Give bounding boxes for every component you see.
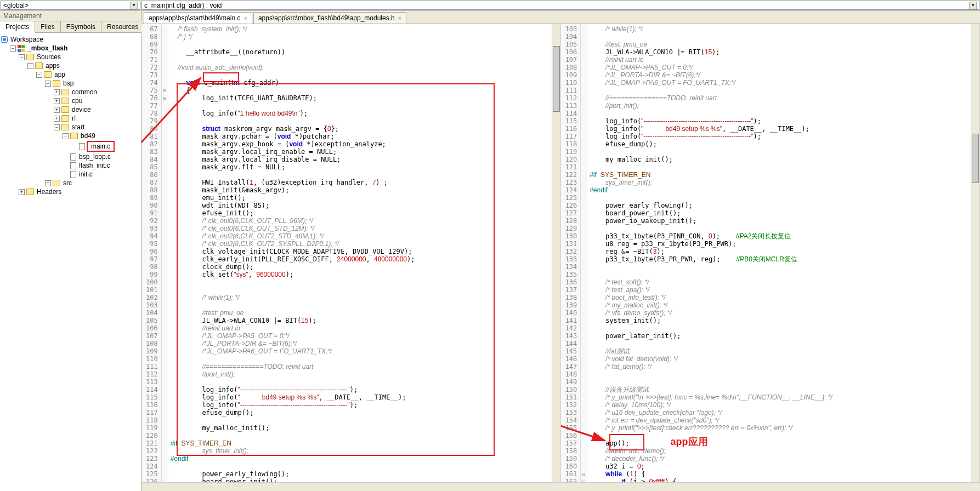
folder-icon	[70, 133, 78, 139]
tree-project[interactable]: −_mbox_flash	[1, 44, 140, 53]
code-area[interactable]: /* flash_system_init(); */ /* } */ __att…	[168, 24, 552, 482]
combo-text: c_main(int cfg_addr) : void	[144, 2, 222, 9]
tree-headers[interactable]: +Headers	[1, 187, 140, 196]
folder-icon	[35, 62, 43, 69]
expand-icon[interactable]: +	[45, 180, 51, 186]
tree-sources[interactable]: −Sources	[1, 53, 140, 61]
scrollbar-thumb[interactable]	[553, 46, 560, 112]
expand-icon[interactable]: +	[54, 107, 60, 113]
folder-icon	[61, 89, 69, 95]
tab-projects[interactable]: Projects	[0, 21, 35, 33]
horizontal-scrollbar[interactable]	[141, 482, 980, 491]
folder-icon	[53, 180, 60, 186]
tree-device[interactable]: +device	[1, 105, 140, 114]
svg-rect-1	[21, 45, 25, 48]
global-scope-combo[interactable]: <global> ▾	[1, 1, 140, 10]
project-icon	[18, 45, 25, 52]
expand-icon[interactable]: +	[54, 116, 60, 122]
line-gutter: 67 68 69 70 71 72 73 74 75 76 77 78 79 8…	[141, 24, 162, 482]
management-panel: Management Projects Files FSymbols Resou…	[0, 11, 141, 491]
chevron-down-icon: ▾	[969, 2, 977, 9]
folder-icon	[44, 71, 52, 78]
tab-resources[interactable]: Resources	[101, 21, 144, 32]
folder-icon	[26, 54, 34, 60]
tree-rf[interactable]: +rf	[1, 114, 140, 123]
tree-bsp-loop-c[interactable]: bsp_loop.c	[1, 152, 140, 161]
collapse-icon[interactable]: −	[19, 54, 25, 60]
collapse-icon[interactable]: −	[54, 124, 60, 130]
collapse-icon[interactable]: −	[36, 72, 42, 78]
svg-rect-2	[18, 49, 21, 52]
file-icon	[70, 162, 76, 169]
tree-bsp[interactable]: −bsp	[1, 79, 140, 88]
collapse-icon[interactable]: −	[10, 45, 16, 52]
file-tab-main-c[interactable]: apps\app\bsp\start\bd49\main.c×	[144, 12, 252, 24]
tree-flash-init-c[interactable]: flash_init.c	[1, 161, 140, 170]
collapse-icon[interactable]: −	[63, 133, 69, 139]
svg-rect-3	[21, 49, 25, 52]
tree-bd49[interactable]: −bd49	[1, 132, 140, 140]
sidebar-tabs: Projects Files FSymbols Resources	[0, 21, 141, 33]
editor-right[interactable]: 103 104 105 106 107 108 109 110 111 112 …	[561, 24, 981, 482]
fold-column[interactable]: ⊟ ⊟	[162, 24, 168, 482]
vertical-scrollbar[interactable]	[971, 24, 979, 482]
folder-icon	[61, 124, 69, 130]
tab-fsymbols[interactable]: FSymbols	[61, 21, 101, 32]
collapse-icon[interactable]: −	[27, 63, 33, 69]
line-gutter: 103 104 105 106 107 108 109 110 111 112 …	[561, 24, 581, 482]
tree-apps[interactable]: −apps	[1, 61, 140, 70]
symbol-scope-combo[interactable]: c_main(int cfg_addr) : void ▾	[141, 1, 979, 10]
editor-left[interactable]: 67 68 69 70 71 72 73 74 75 76 77 78 79 8…	[141, 24, 561, 482]
tree-workspace[interactable]: Workspace	[1, 35, 140, 44]
file-icon	[79, 143, 85, 150]
file-tab-app-modules-h[interactable]: apps\app\src\mbox_flash\bd49\app_modules…	[253, 12, 406, 24]
tree-app[interactable]: −app	[1, 70, 140, 79]
expand-icon[interactable]: +	[19, 189, 25, 195]
panel-title: Management	[0, 11, 141, 21]
tree-start[interactable]: −start	[1, 123, 140, 132]
code-area[interactable]: /* while(1); */ //test: pmu_oe JL_WLA->W…	[587, 24, 971, 482]
chevron-down-icon: ▾	[130, 2, 138, 9]
vertical-scrollbar[interactable]	[552, 24, 560, 482]
scrollbar-thumb[interactable]	[972, 134, 979, 183]
folder-icon	[53, 80, 60, 87]
file-icon	[70, 153, 76, 161]
close-icon[interactable]: ×	[398, 15, 401, 21]
tree-common[interactable]: +common	[1, 88, 140, 96]
close-icon[interactable]: ×	[243, 15, 247, 21]
tree-cpu[interactable]: +cpu	[1, 96, 140, 105]
tree-main-c[interactable]: main.c	[1, 140, 140, 152]
folder-icon	[26, 189, 34, 195]
combo-text: <global>	[3, 2, 29, 9]
collapse-icon[interactable]: −	[45, 81, 51, 87]
expand-icon[interactable]: +	[54, 89, 60, 95]
expand-icon[interactable]: +	[54, 98, 60, 104]
folder-icon	[61, 106, 69, 113]
file-icon	[70, 171, 76, 178]
workspace-icon	[1, 36, 8, 43]
fold-column[interactable]: ⊟ ⊟	[581, 24, 587, 482]
svg-rect-0	[18, 45, 21, 48]
tab-files[interactable]: Files	[35, 21, 60, 32]
folder-icon	[61, 115, 69, 122]
tree-src[interactable]: +src	[1, 179, 140, 187]
project-tree[interactable]: Workspace −_mbox_flash −Sources −apps −a…	[0, 33, 141, 491]
tree-init-c[interactable]: init.c	[1, 170, 140, 179]
editor-tabs: apps\app\bsp\start\bd49\main.c× apps\app…	[141, 11, 980, 24]
folder-icon	[61, 98, 69, 104]
